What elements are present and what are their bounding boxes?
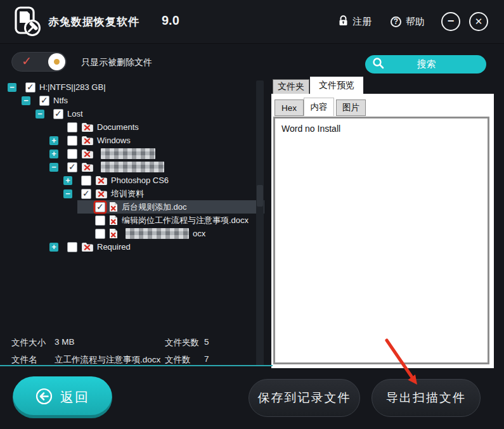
folder-deleted-icon <box>81 162 93 172</box>
folder-deleted-icon <box>81 149 93 158</box>
row-checkbox[interactable] <box>95 215 105 226</box>
tree-row[interactable]: 编辑岗位工作流程与注意事项.docx <box>0 214 264 227</box>
row-checkbox[interactable] <box>67 122 77 132</box>
tree-item-label: 培训资料 <box>111 188 144 200</box>
folder-deleted-icon <box>95 176 107 185</box>
redacted-text-blur <box>101 148 155 159</box>
back-button[interactable]: 返回 <box>13 376 112 418</box>
tree-item-label: 编辑岗位工作流程与注意事项.docx <box>122 215 249 226</box>
tree-row[interactable]: Documents <box>0 120 264 134</box>
folder-deleted-icon <box>95 189 107 198</box>
search-label: 搜索 <box>384 58 468 70</box>
tree-item-label: Lost <box>67 109 83 118</box>
redacted-text-blur <box>126 228 189 239</box>
row-checkbox[interactable] <box>67 162 77 172</box>
search-icon <box>372 57 384 72</box>
tree-item-label: H:|NTFS||283 GB| <box>39 82 106 92</box>
title-bar: 赤兔数据恢复软件 9.0 注册 ? 帮助 − ✕ <box>0 0 504 44</box>
divider-line <box>0 365 273 366</box>
back-label: 返回 <box>60 388 89 406</box>
expand-toggle[interactable]: − <box>22 96 30 105</box>
expand-toggle[interactable]: − <box>8 83 16 92</box>
search-button[interactable]: 搜索 <box>365 55 486 74</box>
file-count-label: 文件数 <box>165 354 191 366</box>
tree-row[interactable]: − Ntfs <box>0 94 264 107</box>
expand-toggle[interactable]: − <box>63 189 72 198</box>
folder-deleted-icon <box>81 122 93 132</box>
file-deleted-icon <box>109 202 118 212</box>
footer-bar: 返回 保存到记录文件 导出扫描文件 <box>0 368 504 429</box>
tree-row[interactable]: + Required <box>0 240 264 253</box>
export-scan-button[interactable]: 导出扫描文件 <box>372 379 481 417</box>
file-deleted-icon <box>109 215 118 226</box>
back-arrow-icon <box>36 388 53 407</box>
status-bar: 文件大小 3 MB 文件夹数 5 文件名 立工作流程与注意事项.docx 文件数… <box>0 333 273 366</box>
tab-content[interactable]: 内容 <box>304 98 334 116</box>
tree-row[interactable]: − <box>0 160 264 174</box>
file-tree: − H:|NTFS||283 GB| <box>0 80 266 334</box>
row-checkbox[interactable] <box>81 176 91 186</box>
toggle-label: 只显示被删除文件 <box>81 57 152 68</box>
file-size-value: 3 MB <box>55 337 75 347</box>
tab-folders[interactable]: 文件夹 <box>273 79 309 94</box>
app-title: 赤兔数据恢复软件 <box>48 15 139 29</box>
tree-item-label: Required <box>97 242 131 252</box>
deleted-files-filter-toggle[interactable]: ✓ <box>11 52 67 72</box>
close-button[interactable]: ✕ <box>469 12 488 31</box>
preview-content: Word no Install <box>273 117 489 364</box>
minimize-button[interactable]: − <box>441 12 460 31</box>
tree-row[interactable]: + Photoshop CS6 <box>0 174 264 187</box>
tree-item-label: Ntfs <box>53 96 68 105</box>
tree-row[interactable]: + <box>0 147 264 160</box>
tree-scrollbar-thumb[interactable] <box>257 185 263 207</box>
tree-row[interactable]: + Windows <box>0 134 264 147</box>
app-version: 9.0 <box>162 13 179 28</box>
expand-toggle[interactable]: − <box>36 110 44 118</box>
app-logo-icon <box>11 5 42 41</box>
app-window: 赤兔数据恢复软件 9.0 注册 ? 帮助 − ✕ ✓ 只显示被删除文件 <box>0 0 504 429</box>
tree-row[interactable]: − Lost <box>0 107 264 120</box>
tree-row[interactable]: 后台规则添加.doc <box>0 200 264 214</box>
tree-row[interactable]: ocx <box>0 227 264 240</box>
file-count-value: 7 <box>204 354 209 364</box>
expand-toggle[interactable]: + <box>49 243 58 252</box>
tree-item-label: Documents <box>97 122 139 132</box>
help-button[interactable]: ? 帮助 <box>391 0 425 43</box>
file-size-label: 文件大小 <box>11 337 46 349</box>
redacted-text-blur <box>101 162 164 172</box>
expand-toggle[interactable]: − <box>49 163 58 172</box>
tree-item-label: Photoshop CS6 <box>111 176 169 185</box>
row-checkbox[interactable] <box>81 189 91 199</box>
row-checkbox[interactable] <box>67 149 77 159</box>
row-checkbox[interactable] <box>53 109 63 119</box>
expand-toggle[interactable]: + <box>49 136 58 145</box>
row-checkbox[interactable] <box>67 242 77 252</box>
folder-count-value: 5 <box>204 337 209 347</box>
save-to-log-button[interactable]: 保存到记录文件 <box>249 379 360 417</box>
tree-row[interactable]: − 培训资料 <box>0 187 264 200</box>
toggle-knob[interactable] <box>48 53 65 70</box>
folder-count-label: 文件夹数 <box>165 337 199 349</box>
tab-image[interactable]: 图片 <box>336 99 366 116</box>
expand-toggle[interactable]: + <box>49 150 58 158</box>
register-button[interactable]: 注册 <box>339 0 372 43</box>
help-label: 帮助 <box>406 16 425 28</box>
tree-scrollbar[interactable] <box>256 80 264 366</box>
question-icon: ? <box>391 16 401 27</box>
tree-item-label-suffix: ocx <box>193 229 205 238</box>
row-checkbox[interactable] <box>39 96 49 106</box>
row-checkbox[interactable] <box>95 229 105 239</box>
tree-item-label: 后台规则添加.doc <box>122 202 187 213</box>
tab-file-preview[interactable]: 文件预览 <box>310 77 363 94</box>
row-checkbox[interactable] <box>67 136 77 146</box>
folder-deleted-icon <box>81 136 93 145</box>
tree-row[interactable]: − H:|NTFS||283 GB| <box>0 80 264 94</box>
folder-deleted-icon <box>81 242 93 252</box>
file-name-label: 文件名 <box>11 354 37 366</box>
expand-toggle[interactable]: + <box>63 176 72 185</box>
tab-hex[interactable]: Hex <box>275 99 304 116</box>
row-checkbox[interactable] <box>95 202 105 212</box>
register-label: 注册 <box>352 16 372 28</box>
lock-icon <box>339 15 348 29</box>
row-checkbox[interactable] <box>25 82 36 93</box>
